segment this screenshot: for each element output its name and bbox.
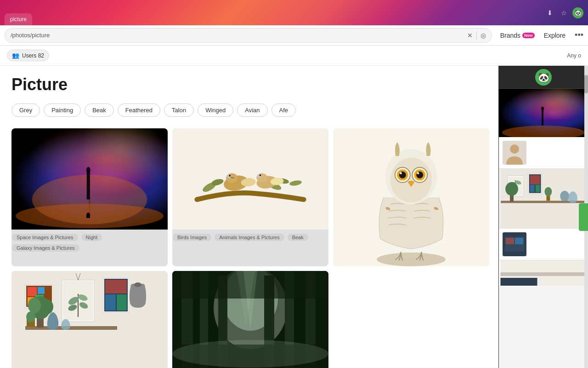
tag-avian[interactable]: Avian: [237, 104, 267, 117]
svg-rect-98: [515, 238, 523, 244]
brands-badge: New: [522, 33, 535, 38]
panel-thumb-interior[interactable]: [499, 169, 588, 229]
tag-painting[interactable]: Painting: [44, 104, 81, 117]
panel-thumb-person: [503, 141, 526, 165]
tag-night[interactable]: Night: [81, 233, 103, 242]
svg-rect-97: [506, 238, 514, 244]
svg-point-72: [172, 340, 328, 368]
explore-nav[interactable]: Explore: [544, 32, 565, 39]
tag-beak[interactable]: Beak: [85, 104, 114, 117]
interior-svg: [11, 271, 168, 368]
tag-talon[interactable]: Talon: [164, 104, 194, 117]
scroll-thumb: [584, 75, 588, 93]
extension-panel: 🐼: [498, 66, 588, 368]
more-nav[interactable]: •••: [575, 30, 583, 40]
users-filter[interactable]: 👥 Users 82: [7, 50, 49, 61]
explore-label: Explore: [544, 32, 565, 39]
svg-point-51: [28, 298, 41, 313]
svg-point-55: [134, 282, 141, 287]
tag-beak2[interactable]: Beak: [287, 233, 309, 242]
forest-image: [172, 271, 328, 368]
tag-birds[interactable]: Birds Images: [172, 233, 212, 242]
panel-header: 🐼: [499, 66, 588, 89]
svg-rect-86: [530, 175, 540, 184]
image-grid: Space Images & Pictures Night Galaxy Ima…: [11, 128, 489, 368]
address-bar[interactable]: /photos/picture ✕ ◎: [5, 28, 492, 43]
panel-row-person[interactable]: [499, 137, 588, 169]
image-card-interior[interactable]: [11, 271, 168, 368]
birds-svg: [172, 128, 328, 230]
camera-icon[interactable]: ◎: [481, 32, 486, 39]
divider: [476, 31, 477, 40]
svg-point-54: [26, 311, 35, 322]
address-bar-icons: ✕ ◎: [467, 31, 486, 40]
svg-point-31: [377, 253, 446, 266]
relevance-any: Any o: [567, 52, 581, 59]
galaxy-image: [11, 128, 168, 230]
svg-rect-2: [87, 171, 90, 200]
green-action-button[interactable]: [579, 203, 588, 231]
svg-point-93: [544, 187, 552, 196]
browser-tab[interactable]: picture: [5, 13, 32, 25]
extension-icon[interactable]: ⬇: [545, 8, 555, 18]
panel-thumb-empty: [499, 260, 588, 286]
tag-galaxy[interactable]: Galaxy Images & Pictures: [11, 244, 80, 252]
tags-row: Grey Painting Beak Feathered Talon Winge…: [11, 104, 489, 117]
forest-svg: [172, 271, 328, 368]
tag-animals[interactable]: Animals Images & Pictures: [214, 233, 284, 242]
svg-point-8: [289, 179, 302, 186]
panel-row-dark[interactable]: [499, 229, 588, 260]
page-title: Picture: [11, 75, 489, 94]
svg-rect-87: [530, 185, 535, 192]
svg-point-91: [505, 182, 518, 196]
svg-rect-36: [38, 287, 45, 294]
tag-feathered[interactable]: Feathered: [118, 104, 160, 117]
svg-point-77: [510, 144, 519, 154]
owl-svg: [333, 128, 489, 266]
tab-label: picture: [10, 16, 27, 23]
tag-afe[interactable]: Afe: [271, 104, 296, 117]
bookmark-icon[interactable]: ☆: [559, 8, 569, 18]
panel-thumb-galaxy[interactable]: [499, 89, 588, 137]
galaxy-tags: Space Images & Pictures Night Galaxy Ima…: [11, 233, 168, 252]
svg-rect-59: [105, 294, 116, 310]
tag-space[interactable]: Space Images & Pictures: [11, 233, 79, 242]
user-avatar[interactable]: 🐼: [572, 7, 583, 18]
svg-point-30: [417, 172, 419, 174]
svg-rect-60: [117, 294, 127, 310]
nav-items: Brands New Explore •••: [500, 30, 583, 40]
panel-content[interactable]: [499, 89, 588, 368]
svg-point-13: [229, 175, 231, 177]
image-card-forest[interactable]: [172, 271, 328, 368]
svg-point-94: [560, 191, 569, 202]
owl-image: [333, 128, 489, 266]
svg-point-15: [256, 173, 267, 182]
address-bar-row: /photos/picture ✕ ◎ Brands New Explore •…: [0, 25, 588, 46]
panda-icon: 🐼: [538, 72, 549, 83]
svg-point-73: [502, 126, 585, 137]
svg-point-29: [400, 172, 402, 174]
brands-nav[interactable]: Brands New: [500, 32, 535, 39]
svg-point-12: [226, 174, 232, 178]
browser-chrome: picture ⬇ ☆ 🐼: [0, 0, 588, 25]
relevance-filter[interactable]: Any o: [567, 52, 581, 59]
main-content: Picture Grey Painting Beak Feathered Tal…: [0, 66, 588, 368]
interior-image: [11, 271, 168, 368]
tag-winged[interactable]: Winged: [198, 104, 233, 117]
image-card-galaxy[interactable]: Space Images & Pictures Night Galaxy Ima…: [11, 128, 168, 266]
brands-label: Brands: [500, 32, 520, 39]
svg-rect-58: [105, 280, 127, 293]
panel-thumb-dark: [503, 232, 526, 256]
tag-grey[interactable]: Grey: [11, 104, 40, 117]
image-card-owl[interactable]: [333, 128, 489, 266]
svg-rect-101: [501, 278, 537, 286]
birds-tags: Birds Images Animals Images & Pictures B…: [172, 233, 328, 242]
filter-row: 👥 Users 82 Any o: [0, 46, 588, 66]
clear-icon[interactable]: ✕: [467, 32, 473, 39]
svg-point-18: [260, 174, 261, 176]
image-card-birds[interactable]: Birds Images Animals Images & Pictures B…: [172, 128, 328, 266]
svg-point-52: [41, 299, 53, 314]
svg-rect-74: [542, 109, 543, 126]
svg-point-3: [86, 167, 90, 173]
search-panel: Picture Grey Painting Beak Feathered Tal…: [0, 66, 498, 368]
